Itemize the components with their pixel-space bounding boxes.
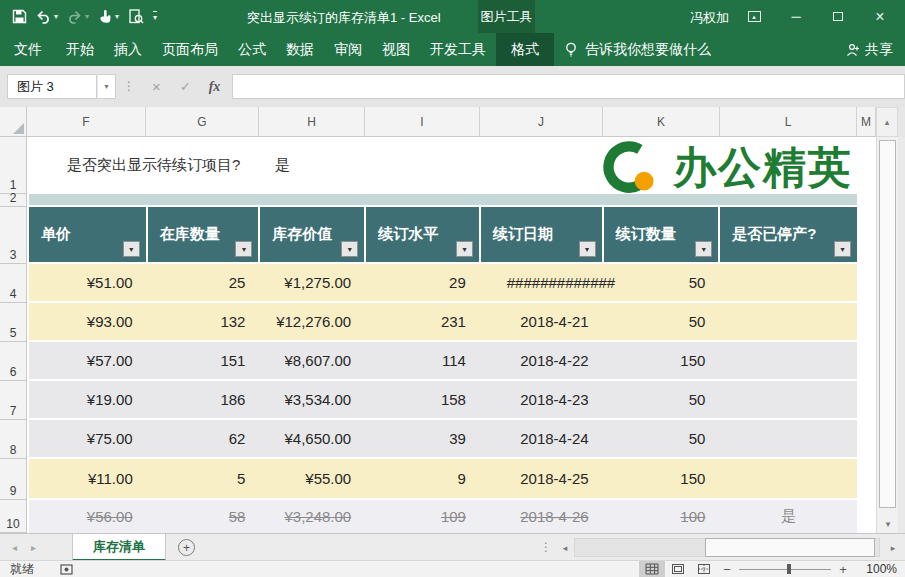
- filter-dropdown-icon[interactable]: ▾: [579, 241, 596, 257]
- customize-qat-button[interactable]: ▾: [153, 11, 157, 22]
- column-header-i[interactable]: I: [365, 107, 480, 137]
- row-header-7[interactable]: 7: [0, 381, 27, 420]
- cell[interactable]: 114: [366, 342, 481, 379]
- cell[interactable]: ¥19.00: [29, 381, 148, 418]
- tell-me-box[interactable]: 告诉我你想要做什么: [564, 33, 711, 66]
- cell[interactable]: ¥57.00: [29, 342, 148, 379]
- share-button[interactable]: 共享: [846, 33, 893, 66]
- enter-entry-button[interactable]: ✓: [171, 74, 200, 99]
- cell[interactable]: 109: [366, 500, 481, 533]
- hscroll-left-button[interactable]: ◂: [556, 538, 574, 557]
- close-button[interactable]: ×: [859, 0, 901, 33]
- highlight-question-label[interactable]: 是否突出显示待续订项目?: [67, 156, 240, 175]
- select-all-corner[interactable]: [0, 107, 27, 137]
- filter-dropdown-icon[interactable]: ▾: [341, 241, 358, 257]
- tab-view[interactable]: 视图: [372, 33, 420, 66]
- maximize-button[interactable]: [817, 0, 859, 33]
- row-header-8[interactable]: 8: [0, 420, 27, 459]
- record-macro-button[interactable]: [60, 564, 73, 575]
- cell[interactable]: 2018-4-22: [481, 342, 604, 379]
- row-header-6[interactable]: 6: [0, 342, 27, 381]
- cell[interactable]: 25: [148, 264, 261, 301]
- ribbon-display-options-button[interactable]: ▴: [733, 0, 775, 33]
- scroll-up-button[interactable]: ▴: [876, 107, 898, 137]
- cell[interactable]: [720, 342, 857, 379]
- cell[interactable]: ¥56.00: [29, 500, 148, 533]
- cell[interactable]: 50: [604, 264, 721, 301]
- cell[interactable]: ¥11.00: [29, 459, 148, 498]
- filter-dropdown-icon[interactable]: ▾: [123, 241, 140, 257]
- cell[interactable]: 5: [148, 459, 261, 498]
- cell[interactable]: 231: [366, 303, 481, 340]
- zoom-level[interactable]: 100%: [861, 562, 897, 576]
- new-sheet-button[interactable]: +: [178, 539, 195, 556]
- tab-data[interactable]: 数据: [276, 33, 324, 66]
- cell[interactable]: 39: [366, 420, 481, 457]
- cell[interactable]: 132: [148, 303, 261, 340]
- column-header-m[interactable]: M: [857, 107, 876, 137]
- tab-review[interactable]: 审阅: [324, 33, 372, 66]
- cell[interactable]: ¥51.00: [29, 264, 148, 301]
- column-header-l[interactable]: L: [720, 107, 857, 137]
- filter-dropdown-icon[interactable]: ▾: [695, 241, 712, 257]
- sheet-tab-active[interactable]: 库存清单: [72, 534, 166, 561]
- vertical-scrollbar[interactable]: ▾: [876, 137, 898, 533]
- cancel-entry-button[interactable]: ×: [142, 74, 171, 99]
- cell[interactable]: ¥1,275.00: [260, 264, 366, 301]
- undo-button[interactable]: ▾: [36, 10, 58, 24]
- filter-dropdown-icon[interactable]: ▾: [456, 241, 473, 257]
- cell[interactable]: [720, 264, 857, 301]
- tab-home[interactable]: 开始: [56, 33, 104, 66]
- cell[interactable]: 2018-4-21: [481, 303, 604, 340]
- header-reorder-qty[interactable]: 续订数量▾: [604, 207, 721, 262]
- tab-file[interactable]: 文件: [0, 33, 56, 66]
- cell[interactable]: 150: [604, 342, 721, 379]
- print-preview-button[interactable]: [128, 9, 144, 25]
- cell[interactable]: ¥75.00: [29, 420, 148, 457]
- undo-caret-icon[interactable]: ▾: [54, 13, 58, 21]
- cell[interactable]: ¥4,650.00: [260, 420, 366, 457]
- header-discontinued[interactable]: 是否已停产?▾: [720, 207, 857, 262]
- cell[interactable]: 151: [148, 342, 261, 379]
- save-button[interactable]: [12, 9, 27, 24]
- touch-mode-caret-icon[interactable]: ▾: [115, 13, 119, 21]
- row-header-5[interactable]: 5: [0, 303, 27, 342]
- row-header-9[interactable]: 9: [0, 459, 27, 500]
- cell[interactable]: 2018-4-23: [481, 381, 604, 418]
- row-header-10[interactable]: 10: [0, 500, 27, 533]
- cell[interactable]: 是: [720, 500, 857, 533]
- cell[interactable]: 2018-4-25: [481, 459, 604, 498]
- sheet-nav-right-icon[interactable]: ▸: [31, 542, 36, 553]
- row-header-1[interactable]: 1: [0, 137, 27, 194]
- sheet-nav-left-icon[interactable]: ◂: [12, 542, 17, 553]
- page-layout-view-button[interactable]: [665, 561, 691, 577]
- page-break-preview-button[interactable]: [691, 561, 717, 577]
- cell[interactable]: 50: [604, 303, 721, 340]
- header-inventory-value[interactable]: 库存价值▾: [260, 207, 366, 262]
- horizontal-scrollbar-thumb[interactable]: [705, 538, 875, 557]
- cell[interactable]: [720, 420, 857, 457]
- column-header-h[interactable]: H: [259, 107, 365, 137]
- tab-format-active[interactable]: 格式: [496, 33, 554, 66]
- cell[interactable]: 9: [366, 459, 481, 498]
- column-header-k[interactable]: K: [603, 107, 720, 137]
- name-box-dropdown[interactable]: ▾: [97, 74, 116, 99]
- cell[interactable]: 186: [148, 381, 261, 418]
- tab-developer[interactable]: 开发工具: [420, 33, 496, 66]
- cell[interactable]: 2018-4-24: [481, 420, 604, 457]
- cell[interactable]: [720, 303, 857, 340]
- user-name[interactable]: 冯权加: [690, 9, 729, 27]
- touch-mouse-mode-button[interactable]: ▾: [98, 9, 119, 24]
- name-box[interactable]: 图片 3: [7, 74, 97, 99]
- cell[interactable]: 100: [604, 500, 721, 533]
- cell[interactable]: [720, 381, 857, 418]
- cell[interactable]: ¥93.00: [29, 303, 148, 340]
- scroll-down-button[interactable]: ▾: [877, 514, 899, 533]
- cell[interactable]: 29: [366, 264, 481, 301]
- cell[interactable]: 2018-4-26: [481, 500, 604, 533]
- highlight-answer-cell[interactable]: 是: [275, 156, 290, 175]
- cell[interactable]: [720, 459, 857, 498]
- column-header-j[interactable]: J: [480, 107, 603, 137]
- cell[interactable]: 50: [604, 381, 721, 418]
- formula-input[interactable]: [232, 74, 905, 99]
